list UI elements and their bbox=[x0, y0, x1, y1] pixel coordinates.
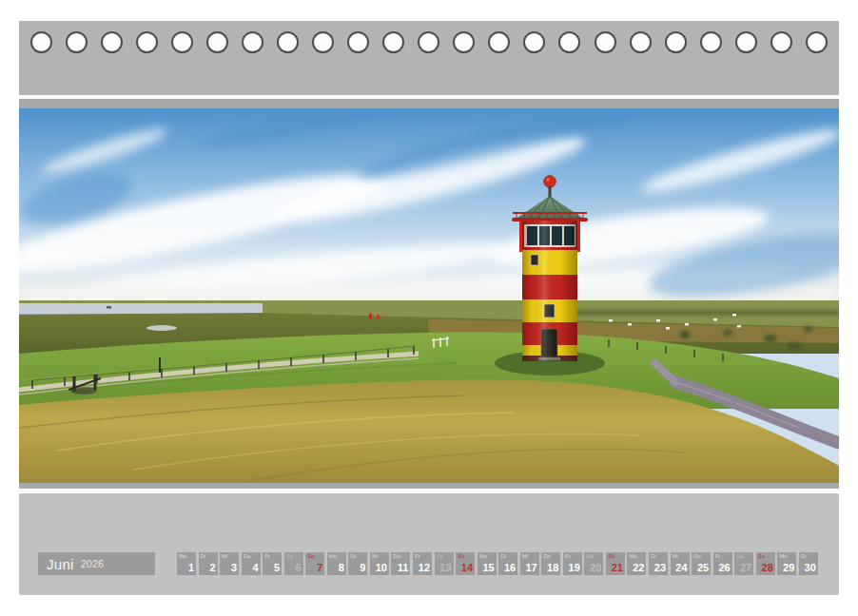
weekday-abbr: Di bbox=[651, 553, 656, 559]
day-number: 20 bbox=[590, 562, 601, 573]
calendar-photo bbox=[19, 108, 839, 483]
day-number: 15 bbox=[482, 562, 494, 573]
spiral-binding-bar bbox=[19, 21, 839, 95]
binding-hole bbox=[277, 31, 299, 53]
weekday-abbr: So bbox=[307, 553, 314, 559]
binding-hole bbox=[418, 31, 439, 53]
weekday-abbr: Fr bbox=[264, 553, 270, 559]
weekday-abbr: So bbox=[608, 553, 614, 559]
weekday-abbr: Sa bbox=[586, 553, 593, 559]
day-cell-27: Sa27 bbox=[734, 552, 753, 575]
binding-hole bbox=[242, 31, 263, 53]
day-cell-30: Di30 bbox=[799, 552, 818, 575]
day-cell-10: Mi10 bbox=[370, 552, 389, 575]
weekday-abbr: Mo bbox=[629, 553, 636, 559]
day-number: 2 bbox=[209, 562, 215, 573]
day-cell-19: Fr19 bbox=[563, 552, 582, 575]
binding-hole bbox=[66, 31, 88, 53]
binding-hole bbox=[806, 31, 828, 53]
binding-hole bbox=[665, 31, 687, 53]
day-cell-20: Sa20 bbox=[584, 552, 603, 575]
day-number: 22 bbox=[633, 562, 644, 573]
binding-hole bbox=[558, 31, 580, 53]
binding-hole bbox=[312, 31, 334, 53]
day-cell-26: Fr26 bbox=[713, 552, 732, 575]
weekday-abbr: So bbox=[758, 553, 765, 559]
day-cell-6: Sa6 bbox=[284, 552, 303, 575]
weekday-abbr: Do bbox=[244, 553, 251, 559]
day-cell-29: Mo29 bbox=[777, 552, 796, 575]
day-number: 23 bbox=[654, 562, 666, 573]
binding-hole bbox=[735, 31, 757, 53]
day-cell-2: Di2 bbox=[199, 552, 218, 575]
day-cell-7: So7 bbox=[305, 552, 324, 575]
year-label: 2026 bbox=[81, 558, 104, 569]
weekday-abbr: Di bbox=[500, 553, 506, 559]
weekday-abbr: Mi bbox=[372, 553, 378, 559]
day-number: 5 bbox=[274, 562, 280, 573]
calendar-strip: Juni 2026 Mo1Di2Mi3Do4Fr5Sa6So7Mo8Di9Mi1… bbox=[38, 552, 818, 575]
day-cell-4: Do4 bbox=[242, 552, 261, 575]
weekday-abbr: Mi bbox=[522, 553, 528, 559]
weekday-abbr: Sa bbox=[736, 553, 743, 559]
day-cell-1: Mo1 bbox=[177, 552, 196, 575]
day-cell-14: So14 bbox=[456, 552, 475, 575]
weekday-abbr: Do bbox=[543, 553, 551, 559]
day-cell-17: Mi17 bbox=[520, 552, 539, 575]
weekday-abbr: Mo bbox=[329, 553, 337, 559]
weekday-abbr: So bbox=[458, 553, 464, 559]
weekday-abbr: Mo bbox=[779, 553, 787, 559]
day-cell-22: Mo22 bbox=[627, 552, 646, 575]
day-cell-28: So28 bbox=[756, 552, 775, 575]
photo-edge-bottom bbox=[19, 483, 839, 489]
day-number: 4 bbox=[253, 562, 259, 573]
day-cell-21: So21 bbox=[606, 552, 625, 575]
weekday-abbr: Mi bbox=[673, 553, 678, 559]
weekday-abbr: Mo bbox=[479, 553, 487, 559]
day-number: 7 bbox=[317, 562, 322, 573]
day-number: 18 bbox=[547, 562, 558, 573]
day-number: 26 bbox=[718, 562, 730, 573]
photo-edge-top bbox=[19, 99, 839, 108]
weekday-abbr: Do bbox=[393, 553, 400, 559]
weekday-abbr: Di bbox=[801, 553, 807, 559]
day-number: 21 bbox=[612, 562, 623, 573]
day-cell-11: Do11 bbox=[391, 552, 410, 575]
binding-hole bbox=[523, 31, 545, 53]
day-number: 11 bbox=[398, 562, 409, 573]
day-number: 8 bbox=[339, 562, 344, 573]
binding-hole bbox=[488, 31, 510, 53]
day-cell-18: Do18 bbox=[541, 552, 560, 575]
day-cell-16: Di16 bbox=[498, 552, 517, 575]
binding-hole bbox=[630, 31, 652, 53]
day-number: 16 bbox=[504, 562, 516, 573]
weekday-abbr: Fr bbox=[565, 553, 571, 559]
month-name: Juni bbox=[47, 556, 74, 572]
day-number: 19 bbox=[569, 562, 580, 573]
day-number: 9 bbox=[360, 562, 365, 573]
day-cells: Mo1Di2Mi3Do4Fr5Sa6So7Mo8Di9Mi10Do11Fr12S… bbox=[177, 552, 818, 575]
day-number: 29 bbox=[783, 562, 794, 573]
binding-hole bbox=[382, 31, 404, 53]
month-label-box: Juni 2026 bbox=[38, 552, 155, 575]
binding-hole bbox=[101, 31, 123, 53]
desk-calendar-page: Juni 2026 Mo1Di2Mi3Do4Fr5Sa6So7Mo8Di9Mi1… bbox=[0, 0, 858, 616]
weekday-abbr: Mo bbox=[179, 553, 186, 559]
day-cell-5: Fr5 bbox=[263, 552, 282, 575]
calendar-footer-panel: Juni 2026 Mo1Di2Mi3Do4Fr5Sa6So7Mo8Di9Mi1… bbox=[19, 493, 839, 595]
binding-hole bbox=[453, 31, 475, 53]
day-cell-12: Fr12 bbox=[413, 552, 432, 575]
binding-holes bbox=[19, 21, 839, 53]
day-number: 24 bbox=[675, 562, 687, 573]
day-cell-8: Mo8 bbox=[327, 552, 346, 575]
weekday-abbr: Sa bbox=[286, 553, 293, 559]
binding-hole bbox=[770, 31, 792, 53]
binding-hole bbox=[30, 31, 52, 53]
weekday-abbr: Fr bbox=[415, 553, 420, 559]
day-cell-23: Di23 bbox=[649, 552, 668, 575]
day-cell-25: Do25 bbox=[692, 552, 711, 575]
day-number: 17 bbox=[526, 562, 537, 573]
binding-hole bbox=[206, 31, 228, 53]
day-number: 25 bbox=[697, 562, 709, 573]
day-number: 1 bbox=[188, 562, 194, 573]
